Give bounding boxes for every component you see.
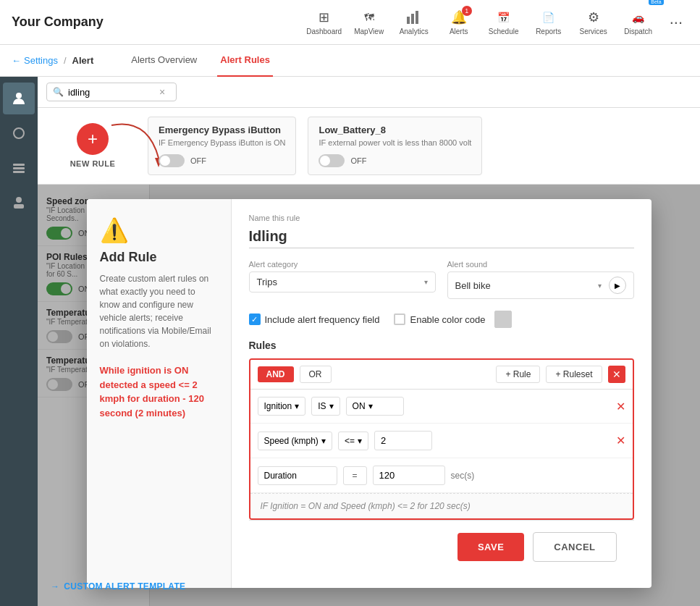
cancel-button[interactable]: CANCEL xyxy=(533,532,616,562)
alert-toggle-1[interactable] xyxy=(319,154,345,167)
rule-value-label-0: ON xyxy=(353,401,366,411)
rule-row-0: Ignition ▾ IS ▾ ON ▾ xyxy=(250,390,633,424)
color-swatch[interactable] xyxy=(494,311,512,328)
rule-name-label: Name this rule xyxy=(249,214,634,222)
alert-sound-select[interactable]: Bell bike ▾ ▶ xyxy=(447,272,634,299)
nav-item-dispatch[interactable]: Beta 🚗 Dispatch xyxy=(619,4,658,40)
add-rule-button[interactable]: + Rule xyxy=(496,366,540,383)
dispatch-icon: 🚗 xyxy=(630,9,647,26)
category-chevron-icon: ▾ xyxy=(424,278,428,286)
sub-nav: ← Settings / Alert Alerts Overview Alert… xyxy=(0,45,700,77)
save-button[interactable]: SAVE xyxy=(457,533,524,561)
nav-item-mapview[interactable]: 🗺 MapView xyxy=(350,4,389,40)
and-button[interactable]: AND xyxy=(258,366,294,382)
rule-delete-button-0[interactable]: ✕ xyxy=(616,400,625,413)
nav-item-reports[interactable]: 📄 Reports xyxy=(529,4,568,40)
close-rules-button[interactable]: ✕ xyxy=(608,366,625,383)
search-input[interactable] xyxy=(68,87,155,98)
sidebar-icon-user[interactable] xyxy=(3,83,35,114)
rule-field-select-1[interactable]: Speed (kmph) ▾ xyxy=(258,432,332,450)
alert-category-value: Trips xyxy=(257,277,421,287)
svg-point-3 xyxy=(16,93,22,98)
new-rule-card[interactable]: + NEW RULE xyxy=(49,117,136,174)
breadcrumb-separator: / xyxy=(64,55,67,66)
alert-toggle-label-0: OFF xyxy=(190,156,206,165)
color-code-label: Enable color code xyxy=(410,314,485,325)
svg-rect-7 xyxy=(13,171,25,173)
alert-category-select[interactable]: Trips ▾ xyxy=(249,272,436,293)
search-input-wrap[interactable]: 🔍 × xyxy=(46,83,177,101)
play-sound-button[interactable]: ▶ xyxy=(609,277,626,294)
mapview-icon: 🗺 xyxy=(360,9,378,26)
nav-icons: ⊞ Dashboard 🗺 MapView Analytics 🔔 1 Aler… xyxy=(305,4,688,40)
rule-value-select-0[interactable]: ON ▾ xyxy=(346,397,404,416)
rule-duration-label: Duration xyxy=(258,466,337,485)
sidebar-icon-layers[interactable] xyxy=(3,152,35,184)
nav-item-services[interactable]: ⚙ Services xyxy=(574,4,613,40)
rule-operator-select-0[interactable]: IS ▾ xyxy=(311,397,340,416)
nav-label-dispatch: Dispatch xyxy=(624,28,652,35)
alerts-badge: 1 xyxy=(462,6,472,16)
nav-item-analytics[interactable]: Analytics xyxy=(395,4,434,40)
rule-name-input[interactable] xyxy=(249,225,634,248)
tab-alerts-overview[interactable]: Alerts Overview xyxy=(128,45,200,77)
svg-point-4 xyxy=(14,128,24,138)
nav-label-mapview: MapView xyxy=(354,28,384,35)
alert-frequency-label: Include alert frequency field xyxy=(265,314,380,325)
rule-operator-label-0: IS xyxy=(318,401,326,411)
modal-title: Add Rule xyxy=(100,250,218,265)
tab-alert-rules[interactable]: Alert Rules xyxy=(217,45,273,77)
svg-rect-9 xyxy=(14,204,24,209)
alert-toggle-label-1: OFF xyxy=(350,156,366,165)
svg-rect-2 xyxy=(416,11,418,24)
rule-row-2: Duration = sec(s) xyxy=(250,458,633,493)
svg-rect-8 xyxy=(16,197,22,203)
custom-template-link[interactable]: → CUSTOM ALERT TEMPLATE xyxy=(87,581,186,588)
modal-bottom-bar: SAVE CANCEL xyxy=(249,520,634,573)
rule-operator-chevron-0: ▾ xyxy=(329,401,334,411)
alert-card-0: Emergency Bypass iButton IF Emergency By… xyxy=(148,117,296,175)
alert-cards: + NEW RULE Emergency Bypass iButton IF E… xyxy=(38,108,700,185)
rule-operator-chevron-1: ▾ xyxy=(358,436,362,446)
alert-sound-group: Alert sound Bell bike ▾ ▶ xyxy=(447,260,634,299)
color-code-checkbox[interactable]: Enable color code xyxy=(394,311,511,328)
rule-duration-input[interactable] xyxy=(373,466,445,485)
rule-field-chevron-0: ▾ xyxy=(295,401,299,411)
sidebar-icon-circle[interactable] xyxy=(3,117,35,149)
rule-field-select-0[interactable]: Ignition ▾ xyxy=(258,397,306,416)
rule-formula-preview: IF Ignition = ON and Speed (kmph) <= 2 f… xyxy=(250,493,633,518)
rule-operator-select-1[interactable]: <= ▾ xyxy=(338,432,368,450)
nav-label-analytics: Analytics xyxy=(400,28,429,35)
nav-label-schedule: Schedule xyxy=(489,28,519,35)
alert-toggle-0[interactable] xyxy=(159,154,185,167)
alert-card-title-1: Low_Battery_8 xyxy=(319,125,471,135)
alert-card-1: Low_Battery_8 IF external power volt is … xyxy=(308,117,482,175)
rules-toolbar: AND OR + Rule + Ruleset ✕ xyxy=(250,360,633,390)
custom-template-label: CUSTOM ALERT TEMPLATE xyxy=(87,581,186,588)
color-code-checkbox-box xyxy=(394,313,405,325)
rule-delete-button-1[interactable]: ✕ xyxy=(616,434,625,447)
sidebar-icon-person[interactable] xyxy=(3,187,35,219)
content-area: 🔍 × + NEW RULE Emergency Bypass iButton … xyxy=(38,77,700,606)
nav-label-services: Services xyxy=(579,28,607,35)
nav-item-alerts[interactable]: 🔔 1 Alerts xyxy=(439,4,478,40)
or-button[interactable]: OR xyxy=(300,366,332,383)
alert-sound-value: Bell bike xyxy=(455,280,595,291)
rule-value-input-1[interactable] xyxy=(374,431,432,450)
schedule-icon: 📅 xyxy=(495,9,513,26)
svg-rect-5 xyxy=(13,164,25,166)
beta-badge: Beta xyxy=(649,0,663,5)
more-menu-button[interactable]: ··· xyxy=(664,13,688,32)
alert-frequency-checkbox[interactable]: ✓ Include alert frequency field xyxy=(249,313,380,325)
back-button[interactable]: ← Settings xyxy=(12,55,58,66)
add-ruleset-button[interactable]: + Ruleset xyxy=(546,366,602,383)
modal-left-panel: ⚠️ Add Rule Create custom alert rules on… xyxy=(87,199,232,588)
alert-card-sub-0: IF Emergency Bypass iButton is ON xyxy=(159,138,285,147)
nav-item-dashboard[interactable]: ⊞ Dashboard xyxy=(305,4,344,40)
rule-equals-sign: = xyxy=(343,466,367,485)
search-bar: 🔍 × xyxy=(38,77,700,108)
warning-icon: ⚠️ xyxy=(100,216,218,244)
nav-item-schedule[interactable]: 📅 Schedule xyxy=(484,4,523,40)
reports-icon: 📄 xyxy=(540,9,557,26)
clear-search-button[interactable]: × xyxy=(159,86,165,98)
